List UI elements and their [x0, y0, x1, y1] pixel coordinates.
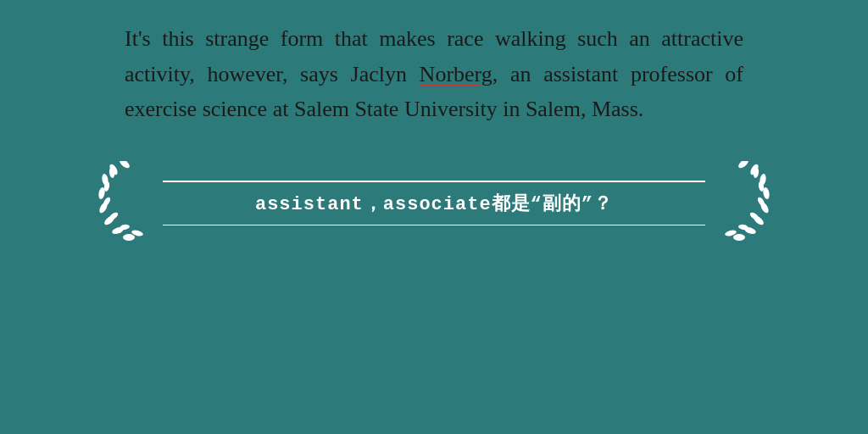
- svg-point-14: [733, 234, 745, 241]
- banner-bottom-line: [163, 225, 705, 226]
- banner-top-line: [163, 181, 705, 182]
- left-laurel-icon: [95, 161, 163, 246]
- banner-area: assistant，associate都是“副的”？: [95, 161, 773, 246]
- svg-point-7: [118, 161, 131, 170]
- banner-text: assistant，associate都是“副的”？: [247, 187, 621, 220]
- svg-point-21: [737, 161, 749, 170]
- norberg-name: Norberg: [420, 62, 492, 86]
- svg-point-0: [123, 234, 135, 241]
- right-laurel-icon: [705, 161, 773, 246]
- banner-container: assistant，associate都是“副的”？: [163, 181, 705, 225]
- main-paragraph: It's this strange form that makes race w…: [125, 21, 743, 127]
